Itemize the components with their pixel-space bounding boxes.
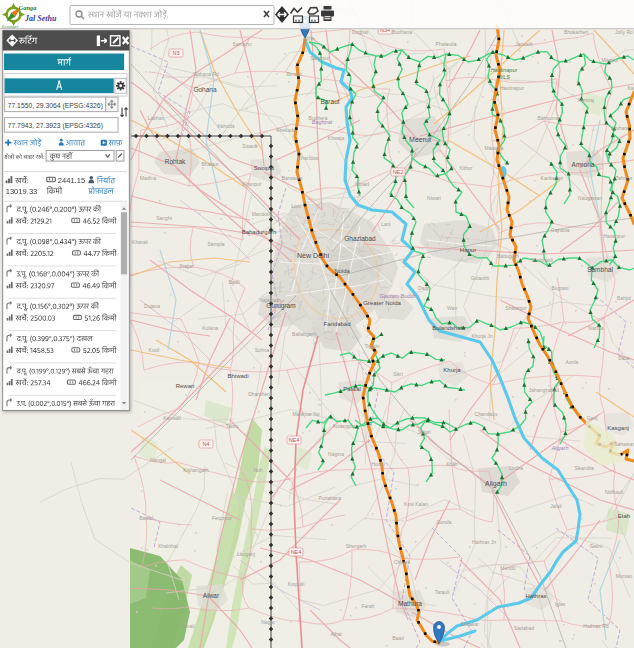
svg-text:Aligarh: Aligarh [550,445,568,451]
svg-text:Sikri: Sikri [393,371,403,377]
svg-text:Sahawar: Sahawar [614,441,634,447]
svg-text:Shikarpur: Shikarpur [505,305,527,311]
svg-text:Shergarh: Shergarh [346,543,367,549]
svg-text:Badli: Badli [228,279,239,285]
svg-text:Kasganj: Kasganj [607,425,629,431]
svg-text:Punahana: Punahana [319,495,342,501]
svg-text:Kotputli: Kotputli [288,581,305,587]
svg-text:Aonla: Aonla [566,359,579,365]
svg-text:Kanth: Kanth [627,85,634,91]
svg-text:Ganga: Ganga [19,4,38,11]
svg-text:Lani: Lani [381,221,390,227]
svg-text:Ismail: Ismail [181,623,194,629]
svg-text:Ballabgarh: Ballabgarh [292,331,316,337]
svg-text:Dujana: Dujana [144,303,160,309]
svg-text:Jansath: Jansath [515,41,533,47]
svg-text:Sarurpur: Sarurpur [310,55,330,61]
svg-text:Bahadurgarh: Bahadurgarh [242,229,277,235]
svg-text:Dadri: Dadri [418,285,430,291]
svg-text:Sanghi: Sanghi [156,215,172,221]
svg-text:Naugawan: Naugawan [578,195,602,201]
svg-text:Baad: Baad [392,635,404,641]
svg-text:Kanwali: Kanwali [163,415,181,421]
svg-text:Jahangirabad: Jahangirabad [529,387,560,393]
svg-text:Niwari: Niwari [427,195,441,201]
svg-text:Sambhal: Sambhal [587,266,613,273]
svg-text:Kharak: Kharak [132,239,148,245]
svg-text:2441.15: 2441.15 [58,176,85,185]
svg-text:Sikandra: Sikandra [574,465,594,471]
svg-text:Sadabad: Sadabad [514,625,534,631]
svg-text:Chhata: Chhata [394,559,410,565]
svg-text:Iglas: Iglas [555,601,566,607]
svg-text:New Delhi: New Delhi [297,252,329,259]
svg-text:Tarauli: Tarauli [435,589,450,595]
svg-text:Kulana: Kulana [202,325,218,331]
svg-text:Hasanpur: Hasanpur [603,233,625,239]
svg-text:Sonipat: Sonipat [254,165,275,171]
svg-text:Tigaon: Tigaon [364,343,379,349]
svg-text:Tahrpur: Tahrpur [616,175,633,181]
svg-text:Mirapur: Mirapur [602,57,619,63]
svg-text:Khair: Khair [446,461,458,467]
svg-text:Kkhoda: Kkhoda [218,123,235,129]
svg-text:Simbhaoli: Simbhaoli [531,257,553,263]
svg-text:Khurja: Khurja [443,367,461,373]
svg-text:N4: N4 [202,441,209,447]
svg-text:WLS: WLS [498,74,510,80]
svg-text:Jhajjar: Jhajjar [179,263,194,269]
svg-text:Hapur: Hapur [460,247,476,253]
svg-text:Mendu: Mendu [500,565,516,571]
svg-text:Lodha: Lodha [509,465,523,471]
svg-text:Faridabad: Faridabad [323,321,350,327]
svg-text:Hodal: Hodal [371,461,384,467]
svg-text:Sasni: Sasni [590,543,603,549]
svg-text:Bisawar: Bisawar [461,621,479,627]
svg-text:Bahjoi: Bahjoi [617,295,631,301]
svg-text:Khandoa: Khandoa [298,155,318,161]
svg-text:Chandaus: Chandaus [475,411,498,417]
svg-text:Narora: Narora [588,325,604,331]
svg-text:Kosi Kalan: Kosi Kalan [404,501,428,507]
svg-text:Rewari: Rewari [176,383,195,389]
svg-text:Dharuhera: Dharuhera [248,391,272,397]
svg-text:Joshara: Joshara [611,125,629,131]
svg-text:Baghpat: Baghpat [312,119,333,125]
svg-text:Gohana Rd: Gohana Rd [193,71,219,77]
svg-text:Ferozpur: Ferozpur [212,515,232,521]
svg-text:NE4: NE4 [289,437,300,443]
svg-text:Khwaja: Khwaja [328,135,345,141]
svg-text:N3: N3 [172,50,179,56]
svg-text:Gajraula: Gajraula [551,227,570,233]
svg-text:Khairthal: Khairthal [158,543,178,549]
svg-text:Amroha: Amroha [572,161,595,168]
svg-text:Gohana: Gohana [193,86,217,93]
svg-text:Bahsuma: Bahsuma [537,115,558,121]
svg-text:Sarnahu: Sarnahu [233,41,252,47]
svg-text:NE2: NE2 [393,169,404,175]
svg-text:Khekada: Khekada [276,127,296,133]
svg-text:Binauli: Binauli [286,71,301,77]
svg-text:Tauru: Tauru [226,423,239,429]
svg-text:Sampla: Sampla [208,241,225,247]
svg-text:Hastinapur: Hastinapur [500,85,525,91]
svg-text:Nidhauli: Nidhauli [605,489,623,495]
svg-text:77.1550, 29.3064 (EPSG:4326): 77.1550, 29.3064 (EPSG:4326) [8,102,103,110]
svg-text:Alwar: Alwar [203,592,220,599]
svg-text:Nuh: Nuh [253,467,262,473]
svg-text:Hastinapur: Hastinapur [491,67,519,73]
svg-text:Mandothi: Mandothi [252,211,273,217]
svg-text:Sohna: Sohna [255,347,270,353]
svg-text:Lakhan: Lakhan [148,115,165,121]
svg-text:Nangal: Nangal [150,457,166,463]
svg-text:Etah: Etah [618,513,630,519]
svg-text:Jal Sethu: Jal Sethu [24,14,57,23]
svg-text:Mursan: Mursan [616,573,633,579]
svg-text:Hathras Rd: Hathras Rd [583,623,609,629]
svg-text:Kithor: Kithor [459,165,472,171]
svg-text:Lauganj: Lauganj [237,551,255,557]
svg-text:Kishangarh: Kishangarh [183,467,209,473]
svg-text:Jalali: Jalali [550,503,561,509]
svg-text:Gurugram: Gurugram [266,302,295,310]
svg-text:Aurangpur: Aurangpur [332,423,356,429]
